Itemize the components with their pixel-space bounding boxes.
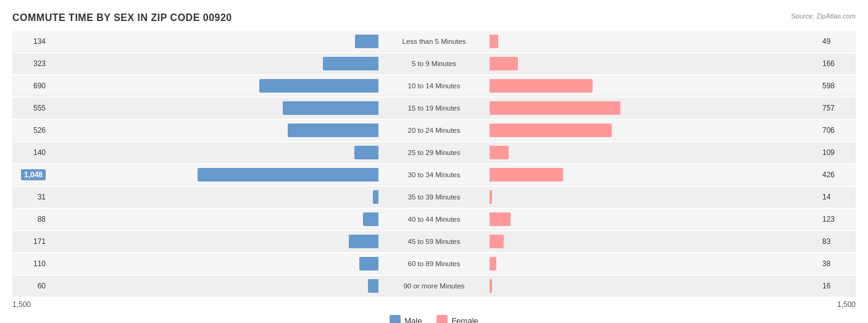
- male-value: 134: [12, 37, 49, 46]
- legend: Male Female: [12, 315, 856, 323]
- bars-left: [49, 235, 378, 248]
- bar-wrapper: 171 45 to 59 Minutes 83: [12, 231, 856, 251]
- row-label: 25 to 29 Minutes: [378, 149, 490, 156]
- axis-row: 1,500 1,500: [12, 300, 856, 309]
- row-label: 15 to 19 Minutes: [378, 104, 490, 112]
- male-value: 690: [12, 82, 49, 90]
- bar-female: [490, 235, 504, 248]
- bars-left: [49, 257, 378, 271]
- bar-female: [490, 57, 518, 70]
- bar-male: [198, 168, 378, 182]
- bars-right: [490, 124, 819, 137]
- bar-male: [259, 79, 378, 93]
- legend-male-box: [390, 315, 401, 323]
- bar-wrapper: 526 20 to 24 Minutes 706: [12, 120, 856, 140]
- bar-female: [490, 190, 492, 204]
- bars-right: [490, 168, 819, 182]
- table-row: 60 90 or more Minutes 16: [12, 275, 856, 296]
- male-value: 110: [12, 259, 49, 268]
- table-row: 1,048 30 to 34 Minutes 426: [12, 164, 856, 185]
- bar-male: [283, 101, 378, 115]
- row-label: 20 to 24 Minutes: [378, 127, 490, 134]
- female-value: 757: [819, 104, 856, 112]
- bar-male: [323, 57, 378, 70]
- bar-wrapper: 110 60 to 89 Minutes 38: [12, 253, 856, 274]
- bar-female: [490, 124, 612, 137]
- female-value: 598: [819, 82, 856, 90]
- female-value: 706: [819, 126, 856, 135]
- bars-right: [490, 190, 819, 204]
- bars-right: [490, 212, 819, 226]
- bar-wrapper: 690 10 to 14 Minutes 598: [12, 75, 856, 96]
- table-row: 110 60 to 89 Minutes 38: [12, 253, 856, 274]
- row-label: Less than 5 Minutes: [378, 38, 490, 45]
- row-label: 10 to 14 Minutes: [378, 82, 490, 90]
- legend-female-box: [436, 315, 448, 323]
- table-row: 171 45 to 59 Minutes 83: [12, 231, 856, 252]
- chart-title: COMMUTE TIME BY SEX IN ZIP CODE 00920: [12, 12, 856, 23]
- row-label: 60 to 89 Minutes: [378, 260, 490, 267]
- bars-left: [49, 190, 378, 204]
- row-label: 90 or more Minutes: [378, 282, 490, 290]
- bar-wrapper: 31 35 to 39 Minutes 14: [12, 187, 856, 207]
- bar-wrapper: 555 15 to 19 Minutes 757: [12, 98, 856, 118]
- table-row: 323 5 to 9 Minutes 166: [12, 53, 856, 74]
- bar-male: [359, 257, 378, 271]
- female-value: 38: [819, 259, 856, 268]
- bars-left: [49, 35, 378, 48]
- male-value: 88: [12, 215, 49, 224]
- row-label: 5 to 9 Minutes: [378, 60, 490, 67]
- bars-right: [490, 257, 819, 271]
- bars-left: [49, 279, 378, 293]
- bar-female: [490, 168, 563, 182]
- bar-wrapper: 323 5 to 9 Minutes 166: [12, 53, 856, 73]
- female-value: 49: [819, 37, 856, 46]
- row-label: 35 to 39 Minutes: [378, 193, 490, 201]
- female-value: 16: [819, 282, 856, 290]
- bar-male: [288, 124, 378, 137]
- legend-female: Female: [436, 315, 478, 323]
- legend-female-label: Female: [451, 316, 478, 324]
- female-value: 123: [819, 215, 856, 224]
- source-text: Source: ZipAtlas.com: [791, 12, 856, 20]
- bar-male: [354, 146, 378, 159]
- bar-male: [349, 235, 378, 248]
- male-value: 555: [12, 104, 49, 112]
- female-value: 83: [819, 237, 856, 246]
- bars-right: [490, 146, 819, 159]
- bar-wrapper: 60 90 or more Minutes 16: [12, 275, 856, 296]
- bars-left: [49, 57, 378, 70]
- bar-female: [490, 212, 511, 226]
- bars-right: [490, 79, 819, 93]
- bar-male: [368, 279, 378, 293]
- female-value: 14: [819, 193, 856, 201]
- bars-left: [49, 212, 378, 226]
- bars-left: [49, 79, 378, 93]
- bar-female: [490, 257, 496, 271]
- bars-right: [490, 235, 819, 248]
- table-row: 555 15 to 19 Minutes 757: [12, 98, 856, 119]
- male-value: 140: [12, 148, 49, 157]
- row-label: 30 to 34 Minutes: [378, 171, 490, 178]
- chart-area: 134 Less than 5 Minutes 49 323 5 to 9 Mi…: [12, 31, 856, 296]
- bars-right: [490, 57, 819, 70]
- bar-wrapper: 134 Less than 5 Minutes 49: [12, 31, 856, 51]
- bar-female: [490, 279, 492, 293]
- bar-female: [490, 79, 593, 93]
- bar-wrapper: 1,048 30 to 34 Minutes 426: [12, 164, 856, 185]
- male-value: 60: [12, 282, 49, 290]
- bars-right: [490, 35, 819, 48]
- bar-female: [490, 101, 620, 115]
- male-value: 1,048: [12, 170, 49, 179]
- table-row: 134 Less than 5 Minutes 49: [12, 31, 856, 52]
- table-row: 526 20 to 24 Minutes 706: [12, 120, 856, 141]
- bars-right: [490, 101, 819, 115]
- row-label: 40 to 44 Minutes: [378, 216, 490, 223]
- axis-right-label: 1,500: [837, 300, 856, 309]
- bar-wrapper: 140 25 to 29 Minutes 109: [12, 142, 856, 162]
- bar-wrapper: 88 40 to 44 Minutes 123: [12, 209, 856, 229]
- bars-right: [490, 279, 819, 293]
- male-value: 171: [12, 237, 49, 246]
- bars-left: [49, 101, 378, 115]
- bars-left: [49, 168, 378, 182]
